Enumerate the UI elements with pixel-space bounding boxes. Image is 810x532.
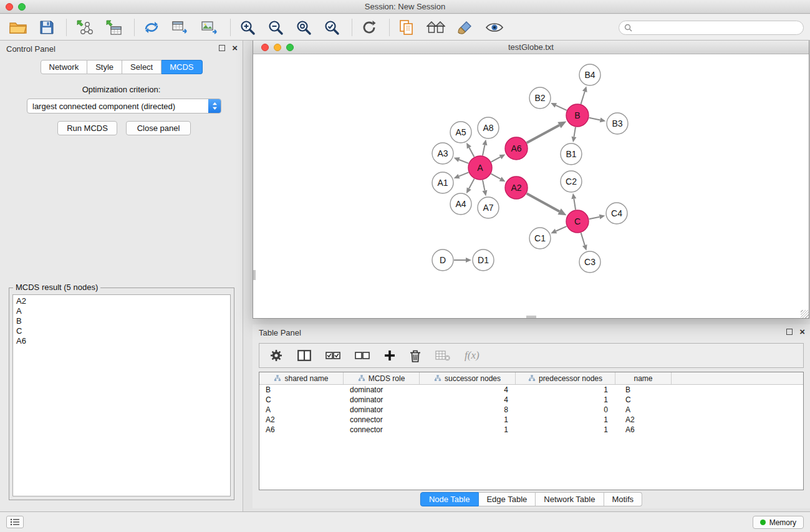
tab-mcds[interactable]: MCDS xyxy=(162,60,202,74)
task-history-button[interactable] xyxy=(6,516,24,528)
graph-edge-A-A3[interactable] xyxy=(459,160,468,163)
home-button[interactable] xyxy=(425,17,446,38)
vertical-scrollbar[interactable] xyxy=(253,270,256,280)
tab-network[interactable]: Network xyxy=(40,60,87,74)
search-icon xyxy=(624,24,632,32)
float-table-panel-icon[interactable] xyxy=(786,329,793,335)
column-header-name[interactable]: name xyxy=(615,372,672,384)
table-row[interactable]: A6connector11A6 xyxy=(259,425,803,435)
graph-edge-A-A8[interactable] xyxy=(483,145,485,155)
network-canvas[interactable]: AA1A2A3A4A5A6A7A8BB1B2B3B4CC1C2C3C4DD1 xyxy=(253,54,809,318)
tab-style[interactable]: Style xyxy=(87,60,122,74)
column-header-successor-nodes[interactable]: successor nodes xyxy=(420,372,516,384)
float-panel-icon[interactable] xyxy=(219,45,225,51)
network-close-button[interactable] xyxy=(261,44,269,51)
table-cell: 1 xyxy=(516,385,615,395)
table-panel-title: Table Panel xyxy=(259,328,301,337)
resize-grip-icon[interactable] xyxy=(801,310,809,318)
tab-edge-table[interactable]: Edge Table xyxy=(478,492,536,506)
graph-edge-A2-C[interactable] xyxy=(527,193,559,211)
graph-edge-C-C2[interactable] xyxy=(574,199,576,210)
table-settings-button[interactable] xyxy=(269,349,283,362)
memory-button[interactable]: Memory xyxy=(753,516,804,529)
import-network-icon xyxy=(75,19,93,36)
tab-motifs[interactable]: Motifs xyxy=(604,492,642,506)
style-brush-button[interactable] xyxy=(456,17,475,38)
zoom-fit-button[interactable] xyxy=(294,17,313,38)
export-network-icon xyxy=(143,19,160,36)
table-row[interactable]: Bdominator41B xyxy=(259,385,803,395)
table-row[interactable]: Adominator80A xyxy=(259,405,803,415)
run-mcds-button[interactable]: Run MCDS xyxy=(57,121,117,135)
clone-network-icon xyxy=(398,19,415,36)
graph-edge-B-B1[interactable] xyxy=(574,127,576,137)
export-image-button[interactable] xyxy=(200,17,219,38)
column-header-predecessor-nodes[interactable]: predecessor nodes xyxy=(516,372,615,384)
mcds-result-item[interactable]: B xyxy=(13,316,230,326)
graph-edge-A-A1[interactable] xyxy=(459,172,468,176)
graph-edge-A-A4[interactable] xyxy=(469,179,474,189)
horizontal-scrollbar[interactable] xyxy=(526,316,536,318)
mcds-result-list[interactable]: A2ABCA6 xyxy=(12,294,231,496)
deselect-all-button[interactable] xyxy=(355,351,370,360)
table-row[interactable]: A2connector11A2 xyxy=(259,415,803,425)
graph-edge-C-C4[interactable] xyxy=(589,217,600,220)
show-columns-button[interactable] xyxy=(297,350,311,361)
open-file-button[interactable] xyxy=(7,17,29,38)
mcds-result-item[interactable]: A6 xyxy=(13,336,230,346)
refresh-layout-button[interactable] xyxy=(360,17,378,38)
graph-edge-A-A6[interactable] xyxy=(491,157,501,162)
graph-edge-B-B3[interactable] xyxy=(589,118,600,120)
export-network-button[interactable] xyxy=(142,17,161,38)
function-builder-button[interactable]: f(x) xyxy=(465,349,480,362)
show-details-button[interactable] xyxy=(484,17,505,38)
clone-network-button[interactable] xyxy=(397,17,416,38)
network-zoom-button[interactable] xyxy=(286,44,294,51)
graph-edge-C-C3[interactable] xyxy=(581,233,585,245)
mcds-result-item[interactable]: A2 xyxy=(13,296,230,306)
graph-edge-A-A7[interactable] xyxy=(483,180,485,191)
network-window-titlebar[interactable]: testGlobe.txt xyxy=(253,41,809,54)
tab-node-table[interactable]: Node Table xyxy=(420,492,479,506)
zoom-window-button[interactable] xyxy=(18,3,26,11)
add-column-button[interactable] xyxy=(384,350,395,361)
zoom-in-button[interactable] xyxy=(238,17,257,38)
criterion-dropdown[interactable]: largest connected component (directed) xyxy=(27,99,221,114)
close-panel-button[interactable]: Close panel xyxy=(126,121,191,135)
window-controls xyxy=(6,3,26,11)
zoom-selected-button[interactable] xyxy=(322,17,341,38)
graph-edge-B-B2[interactable] xyxy=(556,105,566,110)
network-minimize-button[interactable] xyxy=(274,44,281,51)
graph-edge-A-A2[interactable] xyxy=(491,174,501,179)
search-box[interactable] xyxy=(619,21,804,35)
toolbar-separator xyxy=(352,19,352,36)
graph-edge-arrowhead xyxy=(483,190,488,196)
close-table-panel-icon[interactable]: × xyxy=(799,328,805,335)
columns-icon xyxy=(297,350,311,361)
mcds-result-item[interactable]: A xyxy=(13,306,230,316)
graph-edge-B-B4[interactable] xyxy=(581,92,585,104)
zoom-out-button[interactable] xyxy=(266,17,285,38)
mcds-result-item[interactable]: C xyxy=(13,326,230,336)
save-session-button[interactable] xyxy=(38,17,55,38)
search-input[interactable] xyxy=(635,24,803,32)
graph-edge-A-A5[interactable] xyxy=(469,148,474,157)
select-all-button[interactable] xyxy=(325,351,340,360)
import-table-button[interactable] xyxy=(104,17,123,38)
graph-edge-A6-B[interactable] xyxy=(527,125,559,143)
delete-table-button[interactable] xyxy=(435,350,450,361)
column-header-shared-name[interactable]: shared name xyxy=(259,372,344,384)
plus-icon xyxy=(384,350,395,361)
close-panel-icon[interactable]: × xyxy=(232,44,238,51)
close-window-button[interactable] xyxy=(6,3,13,11)
table-row[interactable]: Cdominator41C xyxy=(259,395,803,405)
tab-select[interactable]: Select xyxy=(122,60,162,74)
column-header-mcds-role[interactable]: MCDS role xyxy=(344,372,420,384)
graph-edge-C-C1[interactable] xyxy=(556,226,567,231)
delete-column-button[interactable] xyxy=(410,349,421,362)
import-network-button[interactable] xyxy=(74,17,94,38)
export-table-button[interactable] xyxy=(170,17,190,38)
tab-network-table[interactable]: Network Table xyxy=(536,492,604,506)
table-tabs: Node Table Edge Table Network Table Moti… xyxy=(420,492,642,506)
select-all-icon xyxy=(325,351,340,360)
